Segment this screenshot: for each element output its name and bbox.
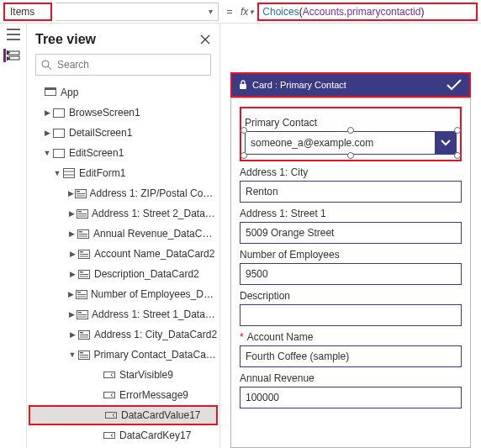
node-label: BrowseScreen1 (69, 107, 140, 119)
tree-node[interactable]: StarVisible9 (29, 365, 218, 385)
selection-handle[interactable] (347, 152, 354, 159)
tree-node[interactable]: ▶Annual Revenue_DataCard2 (29, 224, 218, 244)
tree-node[interactable]: ▶Description_DataCard2 (29, 264, 218, 284)
node-icon (103, 391, 116, 399)
node-icon (52, 149, 66, 158)
selection-handle[interactable] (454, 127, 461, 134)
svg-rect-6 (54, 129, 65, 137)
node-label: Number of Employees_DataCard2 (91, 288, 218, 300)
svg-rect-26 (80, 271, 83, 273)
caret-icon: ▶ (67, 270, 77, 278)
field-label: Address 1: City (240, 166, 462, 178)
svg-rect-11 (77, 193, 85, 194)
tree-node[interactable]: ▶Address 1: Street 2_DataCard2 (29, 203, 218, 224)
tree-title: Tree view (35, 32, 96, 47)
svg-rect-10 (77, 191, 80, 192)
node-icon (77, 250, 91, 259)
hamburger-icon[interactable] (7, 29, 20, 40)
tree-node[interactable]: ▶Address 1: Street 1_DataCard2 (29, 304, 218, 324)
field-label: *Account Name (240, 331, 462, 343)
text-input[interactable]: Renton (240, 181, 462, 203)
tree-node[interactable]: ▼EditScreen1 (29, 143, 218, 163)
caret-icon: ▶ (42, 108, 52, 117)
formula-input[interactable]: Choices(Accounts.primarycontactid) (257, 3, 478, 21)
caret-icon: ▶ (67, 229, 77, 238)
node-label: StarVisible9 (119, 369, 173, 381)
node-label: Address 1: Street 1_DataCard2 (92, 308, 218, 320)
card-header[interactable]: Card : Primary Contact (230, 72, 471, 98)
tree-node[interactable]: ▶Address 1: City_DataCard2 (29, 324, 218, 345)
node-label: Address 1: Street 2_DataCard2 (92, 208, 218, 219)
search-input[interactable]: Search (35, 54, 211, 76)
field-label: Description (240, 290, 462, 302)
text-input[interactable]: 9500 (240, 263, 462, 285)
selection-handle[interactable] (240, 127, 247, 134)
chevron-down-icon: ▾ (209, 7, 213, 16)
svg-rect-45 (104, 372, 115, 378)
caret-icon: ▶ (67, 310, 77, 319)
field-label: Number of Employees (240, 249, 462, 261)
caret-icon: ▼ (52, 169, 62, 177)
tree-node[interactable]: ErrorMessage9 (29, 385, 218, 405)
fx-icon: fx ▾ (240, 6, 254, 18)
selection-handle[interactable] (454, 152, 461, 159)
node-label: Address 1: City_DataCard2 (94, 329, 217, 340)
tree-node[interactable]: App (29, 82, 218, 103)
property-selector[interactable]: Items (3, 3, 52, 21)
tree-node[interactable]: DataCardValue17 (29, 405, 218, 425)
svg-rect-1 (9, 56, 19, 60)
text-input[interactable]: 5009 Orange Street (240, 222, 462, 244)
combo-input[interactable]: someone_a@example.com (245, 131, 457, 155)
svg-rect-32 (77, 296, 86, 297)
canvas: Card : Primary Contact Primary Contactso… (220, 24, 481, 448)
node-label: Account Name_DataCard2 (94, 248, 214, 260)
tree-node[interactable]: ▶Account Name_DataCard2 (29, 244, 218, 264)
required-star: * (240, 331, 244, 343)
property-name: Items (10, 6, 34, 18)
svg-rect-4 (45, 88, 56, 91)
svg-rect-28 (80, 276, 88, 277)
tree-node[interactable]: ▶Address 1: ZIP/Postal Code_DataCard2 (29, 183, 218, 203)
tree-node[interactable]: ▶Number of Employees_DataCard2 (29, 284, 218, 304)
svg-rect-20 (79, 235, 87, 236)
tree-view-rail-icon[interactable] (3, 49, 24, 62)
tree-node[interactable]: ▼Primary Contact_DataCard1 (29, 345, 218, 365)
tree-node[interactable]: ▶BrowseScreen1 (29, 103, 218, 123)
tree-node[interactable]: ▼EditForm1 (29, 163, 218, 183)
node-label: DetailScreen1 (69, 127, 132, 139)
svg-rect-42 (80, 352, 83, 354)
check-icon[interactable] (446, 78, 462, 92)
node-icon (44, 87, 57, 98)
svg-rect-47 (106, 413, 117, 419)
text-input[interactable] (240, 304, 462, 326)
svg-rect-19 (79, 234, 87, 235)
svg-rect-18 (79, 231, 82, 233)
node-icon (77, 209, 88, 219)
text-input[interactable]: 100000 (240, 387, 462, 408)
svg-rect-34 (78, 312, 82, 314)
svg-rect-40 (80, 336, 88, 337)
svg-rect-22 (80, 251, 83, 253)
svg-rect-23 (80, 254, 88, 255)
node-icon (52, 108, 66, 118)
caret-icon: ▶ (67, 209, 77, 218)
svg-rect-38 (80, 332, 83, 334)
node-icon (103, 371, 116, 379)
tree-node[interactable]: DataCardKey17 (29, 425, 218, 445)
selection-handle[interactable] (347, 127, 354, 134)
chevron-down-icon[interactable] (435, 131, 457, 155)
property-dropdown-full[interactable]: ▾ (56, 3, 219, 21)
node-icon (52, 129, 66, 138)
tree-node[interactable]: ▶DetailScreen1 (29, 123, 218, 143)
selection-handle[interactable] (240, 152, 247, 159)
svg-rect-15 (78, 213, 87, 214)
text-input[interactable]: Fourth Coffee (sample) (240, 345, 462, 367)
caret-icon: ▶ (67, 290, 76, 298)
svg-rect-46 (104, 393, 115, 398)
tree-panel: Tree view Search App▶BrowseScreen1▶Detai… (27, 24, 220, 448)
search-placeholder: Search (57, 59, 89, 71)
svg-rect-49 (240, 84, 246, 89)
left-rail (0, 24, 27, 448)
close-icon[interactable] (199, 34, 211, 45)
field-label: Address 1: Street 1 (240, 208, 462, 219)
